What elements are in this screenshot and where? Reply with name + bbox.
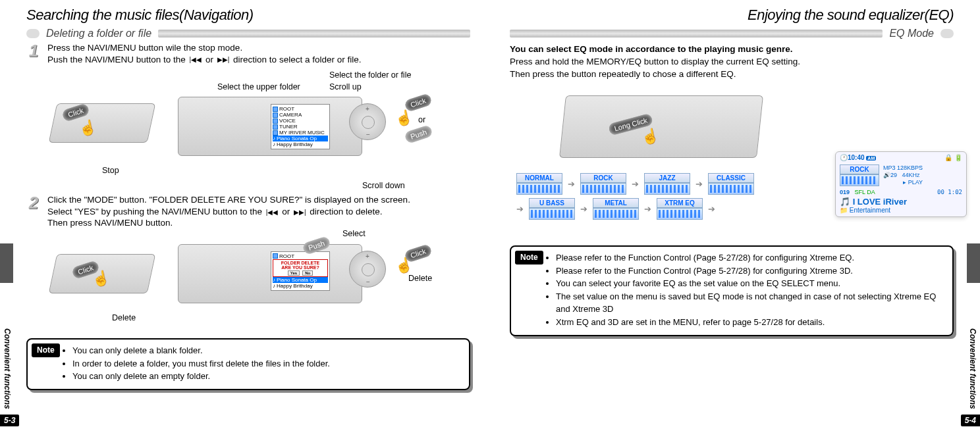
step-1-line2c: direction to select a folder or file. (231, 55, 361, 64)
hand-icon-1: ☝ (78, 118, 98, 138)
music-note-icon: 🎵 (840, 197, 850, 207)
click-bubble-4: Click (404, 243, 432, 263)
section-label: Deleting a folder or file (46, 28, 151, 39)
note-item: You can only delete a blank folder. (72, 345, 462, 357)
prev-icon: |◀◀ (265, 208, 280, 216)
step-2: 2 Click the "MODE" button. "FOLDER DELET… (26, 194, 470, 229)
device-eq (559, 95, 763, 158)
joystick-2: +− (349, 251, 386, 288)
file-item: Happy Brithday (277, 141, 313, 147)
player-format: MP3 (883, 164, 896, 171)
section-label: EQ Mode (889, 28, 934, 39)
player-freq: 44KHz (902, 172, 920, 178)
player-top-bar: 🕐10:40 AM 🔒 🔋 (836, 152, 966, 163)
clock-icon: 🕐 (840, 154, 848, 161)
callout-scroll-up: Scroll up (329, 82, 362, 91)
section-header-eq: EQ Mode (510, 28, 954, 39)
eq-label: ROCK (580, 173, 626, 183)
page-right: Enjoying the sound equalizer(EQ) EQ Mode… (490, 0, 980, 429)
eq-chip-xtrmeq: XTRM EQ (657, 198, 703, 220)
page-number-left: 5-3 (0, 415, 19, 426)
player-elapsed: 00 1:02 (937, 189, 962, 195)
eq-label: XTRM EQ (657, 198, 703, 208)
step-1-line2b: or (203, 55, 216, 64)
eq-intro: You can select EQ mode in accordance to … (510, 43, 954, 81)
hand-icon-eq: ☝ (640, 127, 661, 147)
eq-intro-bold: You can select EQ mode in accordance to … (510, 43, 954, 56)
callout-select: Select (342, 229, 366, 238)
yes-button[interactable]: Yes (288, 270, 300, 276)
callout-select-folder: Select the folder or file (329, 70, 411, 80)
arrow-icon: ➔ (708, 204, 715, 214)
file-item-selected: Piano Sonata Op (277, 136, 317, 141)
callout-select-upper: Select the upper folder (217, 82, 300, 91)
arrow-icon: ➔ (568, 179, 575, 189)
battery-icon: 🔋 (954, 154, 962, 161)
note-item: In order to delete a folder, you must fi… (72, 358, 462, 370)
page-number-right: 5-4 (961, 415, 980, 426)
player-bitrate: 128KBPS (897, 164, 923, 171)
file-item: ROOT (279, 106, 294, 112)
arrow-icon: ➔ (632, 179, 639, 189)
no-button[interactable]: No (302, 270, 313, 276)
device-large-2: ROOT FOLDER DELETE ARE YOU SURE? Yes No … (178, 244, 362, 303)
step-2-body: Click the "MODE" button. "FOLDER DELETE … (47, 194, 410, 229)
figure-2: Select ☝ Click Delete ROOT FOLDER DELETE… (26, 234, 470, 333)
player-state: PLAY (908, 179, 923, 186)
next-icon: ▶▶| (292, 208, 308, 216)
step-2-line2b: or (279, 207, 292, 216)
file-item: TUNER (279, 124, 298, 130)
step-1-line2a: Push the NAVI/MENU button to the (47, 55, 188, 64)
player-mid: ROCK MP3 128KBPS 🔊29 44KHz ▸ PLAY (836, 163, 966, 188)
step-1: 1 Press the NAVI/MENU button wile the st… (26, 42, 470, 65)
arrow-icon: ➔ (644, 204, 651, 214)
player-time: 10:40 (848, 154, 865, 161)
player-title-block: 🎵 I LOVE iRiver 📁 Entertainment (836, 197, 966, 216)
push-bubble-1: Push (404, 124, 433, 144)
device-screen-1: ROOT CAMERA VOICE TUNER MY IRIVER MUSIC … (271, 104, 330, 149)
eq-chip-ubass: U BASS (529, 198, 575, 220)
step-number-1: 1 (26, 42, 41, 65)
step-1-body: Press the NAVI/MENU button wile the stop… (47, 42, 361, 65)
eq-label: JAZZ (644, 173, 690, 183)
eq-chip-rock: ROCK (580, 173, 626, 195)
callout-delete-2: Delete (408, 274, 432, 283)
file-item-selected: Piano Sonata Op (277, 277, 317, 283)
note-box-right: Note Please refer to the Function Contro… (510, 245, 954, 336)
eq-intro-line3: Then press the button repeatedly to chos… (510, 68, 954, 81)
popup-title: FOLDER DELETE (274, 261, 327, 265)
eq-intro-line2: Press and hold the MEMORY/EQ button to d… (510, 56, 954, 68)
or-label: or (418, 115, 425, 124)
step-number-2: 2 (26, 194, 41, 229)
eq-chip-normal: NORMAL (516, 173, 562, 195)
file-item: VOICE (279, 118, 296, 124)
volume-icon: 🔊 (883, 172, 890, 178)
folder-icon: 📁 (840, 207, 848, 214)
step-1-line2: Push the NAVI/MENU button to the |◀◀ or … (47, 54, 361, 66)
note-item: You can only delete an empty folder. (72, 370, 462, 383)
player-volume: 29 (890, 172, 897, 178)
file-item: Happy Brithday (277, 283, 313, 289)
callout-scroll-down: Scroll down (362, 181, 405, 190)
eq-chip-metal: METAL (593, 198, 639, 220)
file-item: MY IRIVER MUSIC (279, 130, 325, 136)
page-title-right: Enjoying the sound equalizer(EQ) (510, 7, 954, 24)
step-2-line3: Then press NAVI/MENU button. (47, 217, 410, 229)
arrow-icon: ➔ (516, 204, 524, 214)
callout-delete-1: Delete (112, 313, 136, 322)
callout-stop: Stop (102, 166, 119, 175)
player-ampm: AM (866, 156, 876, 161)
next-icon: ▶▶| (216, 55, 231, 64)
section-bar (158, 30, 470, 38)
step-2-line1: Click the "MODE" button. "FOLDER DELETE … (47, 194, 410, 206)
player-subtitle: Entertainment (850, 207, 890, 214)
popup-msg: ARE YOU SURE? (274, 265, 327, 270)
eq-label: METAL (593, 198, 639, 208)
note-item: Please refer to the Function Control (Pa… (556, 265, 946, 278)
hand-icon-2: ☝ (394, 109, 414, 128)
step-1-line1: Press the NAVI/MENU button wile the stop… (47, 42, 361, 54)
step-2-line2: Select "YES" by pushing the NAVI/MENU bu… (47, 206, 410, 218)
eq-label: NORMAL (516, 173, 562, 183)
side-label-right: Convenient functions (968, 328, 977, 409)
note-item: Please refer to the Function Control (Pa… (556, 252, 946, 265)
